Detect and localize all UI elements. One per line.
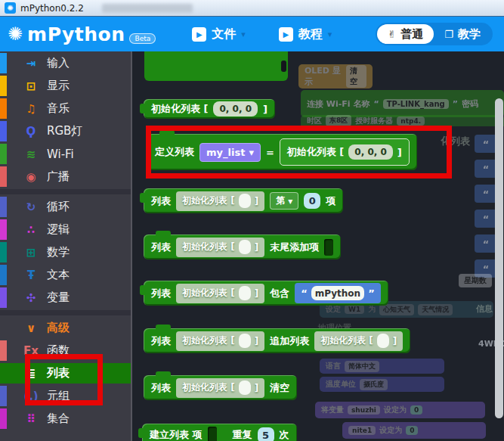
bg-ntp-timezone-label: 时区 xyxy=(307,116,322,126)
shadow-init-list[interactable]: 初始化列表 [ ] xyxy=(176,238,264,257)
block-label: 次 xyxy=(280,428,289,441)
sidebar-item-label: 变量 xyxy=(47,290,70,305)
sidebar-item-display[interactable]: ⊡ 显示 xyxy=(0,76,131,96)
window-title: mPython0.2.2 xyxy=(20,3,84,14)
block-init-list[interactable]: 初始化列表 [ 0, 0, 0 ] xyxy=(144,99,275,119)
block-list-append[interactable]: 列表 初始化列表 [ ] 末尾添加项 xyxy=(144,234,341,259)
block-label: ] xyxy=(255,242,258,253)
sidebar-item-logic[interactable]: ∴ 逻辑 xyxy=(0,219,131,240)
string-block[interactable]: “ mPython ” xyxy=(295,283,381,303)
bg-set-var2-name: nite1 xyxy=(348,426,376,435)
redacted-text xyxy=(102,4,193,13)
sidebar-item-broadcast[interactable]: ◉ 广播 xyxy=(0,166,131,187)
split-window-icon: ❐ xyxy=(444,29,453,40)
block-label: ] xyxy=(393,336,397,346)
sidebar-item-loop[interactable]: ↻ 循环 xyxy=(0,197,131,217)
bg-set-var-action: 设定为 xyxy=(384,405,407,415)
file-menu[interactable]: ▶ 文件 ▾ xyxy=(192,26,246,42)
bg-set-variable-block-2: nite1 设定为 0 xyxy=(342,422,486,439)
block-label: 项 xyxy=(326,194,335,208)
block-list-extend[interactable]: 列表 初始化列表 [ ] 追加列表 初始化列表 [ ] xyxy=(144,328,410,353)
bg-string-block-quote-icon: “ xyxy=(475,210,497,228)
block-make-list-repeat[interactable]: 建立列表 项 重复 5 次 xyxy=(142,424,297,441)
block-list-get-item[interactable]: 列表 初始化列表 [ ] 第 ▾ 0 项 xyxy=(144,188,343,213)
sidebar-item-advanced[interactable]: ∨ 高级 xyxy=(0,318,131,338)
app-header: ✺ mPython Beta ▶ 文件 ▾ ▶ 教程 ▾ ✌ 普通 ❐ 教学 xyxy=(0,17,504,51)
category-color-strip xyxy=(0,408,7,429)
loop-icon: ↻ xyxy=(20,200,42,214)
index-field[interactable]: 0 xyxy=(304,193,320,209)
block-list-contains[interactable]: 列表 初始化列表 [ ] 包含 “ mPython ” xyxy=(144,281,388,306)
repeat-count-field[interactable]: 5 xyxy=(258,427,274,441)
math-icon: ⊞ xyxy=(20,246,42,259)
category-color-strip xyxy=(0,287,7,308)
string-field[interactable]: mPython xyxy=(311,286,364,300)
block-label: 初始化列表 [ xyxy=(151,102,208,116)
bg-temp-unit-row: 温度单位 摄氏度 xyxy=(320,377,444,392)
bg-set-label: 设定 xyxy=(326,304,341,315)
empty-field[interactable] xyxy=(239,194,251,208)
bg-ntp-block: 时区 东8区 授时服务器 ntp4. xyxy=(301,115,504,126)
app-logo-icon: ✺ xyxy=(5,2,16,14)
sidebar-item-music[interactable]: ♫ 音乐 xyxy=(0,98,131,119)
brand-name: mPython xyxy=(27,23,125,45)
blockly-workspace[interactable]: OLED 显示 清空 连接 Wi-Fi 名称 “ TP-LINK_kang ” … xyxy=(132,51,504,441)
file-icon: ▶ xyxy=(192,27,206,42)
shadow-init-list[interactable]: 初始化列表 [ ] xyxy=(176,378,264,398)
quote-close-icon: ” xyxy=(453,99,458,109)
chevron-down-icon: ▾ xyxy=(241,30,246,39)
sidebar-item-label: 输入 xyxy=(47,56,70,70)
empty-field[interactable] xyxy=(377,334,389,348)
category-color-strip xyxy=(0,340,7,361)
shadow-init-list-2[interactable]: 初始化列表 [ ] xyxy=(314,331,403,351)
bg-string-block-quote-icon: “ xyxy=(475,234,497,253)
shadow-init-list[interactable]: 初始化列表 [ ] xyxy=(176,191,264,211)
block-label: 初始化列表 [ xyxy=(320,334,373,347)
mode-teaching-label: 教学 xyxy=(458,27,481,42)
ordinal-dropdown[interactable]: 第 ▾ xyxy=(270,192,298,210)
shadow-init-list[interactable]: 初始化列表 [ ] xyxy=(176,284,264,303)
sidebar-item-label: 数学 xyxy=(47,245,70,259)
category-color-strip xyxy=(0,53,7,73)
empty-field[interactable] xyxy=(239,380,251,395)
annotation-rect-list-category xyxy=(25,354,103,405)
input-icon: ⇥ xyxy=(20,57,42,70)
mode-teaching-button[interactable]: ❐ 教学 xyxy=(434,24,491,44)
block-list-clear[interactable]: 列表 初始化列表 [ ] 清空 xyxy=(144,375,297,400)
block-partially-scrolled[interactable] xyxy=(144,51,288,81)
category-color-strip xyxy=(0,242,7,262)
empty-field[interactable] xyxy=(239,334,251,348)
sidebar-item-variable[interactable]: ✣ 变量 xyxy=(0,287,131,308)
block-label: 包含 xyxy=(270,287,289,300)
file-menu-label: 文件 xyxy=(212,26,236,42)
block-label: 初始化列表 [ xyxy=(182,334,235,347)
sidebar-item-math[interactable]: ⊞ 数学 xyxy=(0,242,131,262)
list-values-field[interactable]: 0, 0, 0 xyxy=(213,101,258,116)
bg-ntp-server-field: ntp4. xyxy=(397,116,425,126)
sidebar-item-input[interactable]: ⇥ 输入 xyxy=(0,53,131,73)
tutorial-menu[interactable]: ▶ 教程 ▾ xyxy=(279,26,332,42)
bg-wifi-ssid-field: TP-LINK_kang xyxy=(383,99,449,109)
category-color-strip xyxy=(0,144,7,164)
sidebar-item-text[interactable]: Ŧ 文本 xyxy=(0,265,131,285)
sidebar-item-wifi[interactable]: ≋ Wi-Fi xyxy=(0,144,131,164)
value-socket[interactable] xyxy=(324,239,333,256)
chevron-down-icon: ▾ xyxy=(328,30,332,39)
shadow-init-list[interactable]: 初始化列表 [ ] xyxy=(176,331,264,351)
sidebar-item-label: 显示 xyxy=(47,79,70,93)
sidebar-item-label: RGB灯 xyxy=(47,124,82,138)
dropdown-arrow-icon: ▾ xyxy=(288,196,292,207)
block-label: 初始化列表 [ xyxy=(182,241,235,253)
empty-field[interactable] xyxy=(239,240,251,254)
music-icon: ♫ xyxy=(20,102,42,116)
bg-set-var-name: shuzhi xyxy=(348,405,380,415)
empty-field[interactable] xyxy=(239,286,251,300)
sidebar-item-label: 循环 xyxy=(47,200,70,214)
variable-icon: ✣ xyxy=(20,291,42,305)
block-label: 末尾添加项 xyxy=(270,241,319,254)
sidebar-item-set[interactable]: ⠿ 集合 xyxy=(0,408,131,429)
value-socket[interactable] xyxy=(208,427,217,441)
flyout-scrollbar[interactable] xyxy=(495,98,503,418)
mode-normal-button[interactable]: ✌ 普通 xyxy=(377,24,434,44)
sidebar-item-rgb[interactable]: Ϙ RGB灯 xyxy=(0,121,131,141)
